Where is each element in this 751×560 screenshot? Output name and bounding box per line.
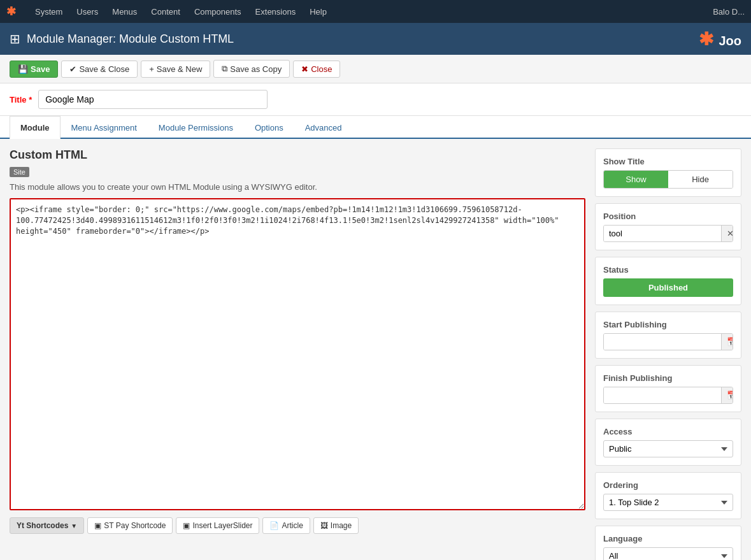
position-clear-button[interactable]: ✕ xyxy=(721,226,733,241)
yt-shortcodes-button[interactable]: Yt Shortcodes ▼ xyxy=(10,517,84,534)
save-copy-button[interactable]: ⧉ Save as Copy xyxy=(213,60,290,78)
finish-publishing-section: Finish Publishing 📅 xyxy=(595,365,741,412)
language-section: Language All English xyxy=(595,526,741,560)
save-button[interactable]: 💾 Save xyxy=(10,61,58,78)
nav-menus[interactable]: Menus xyxy=(106,0,143,23)
title-label: Title * xyxy=(10,95,32,104)
section-title: Custom HTML xyxy=(10,148,585,162)
st-pay-icon: ▣ xyxy=(94,521,101,530)
nav-components[interactable]: Components xyxy=(188,0,248,23)
start-publishing-input[interactable] xyxy=(604,334,721,350)
module-description: This module allows you to create your ow… xyxy=(10,182,585,192)
show-title-section: Show Title Show Hide xyxy=(595,148,741,197)
start-publishing-field: 📅 xyxy=(603,333,733,350)
close-button[interactable]: ✖ Close xyxy=(293,61,340,78)
tab-options[interactable]: Options xyxy=(244,116,294,139)
layerslider-icon: ▣ xyxy=(183,521,190,530)
article-icon: 📄 xyxy=(269,521,279,530)
ordering-label: Ordering xyxy=(603,480,733,490)
copy-icon: ⧉ xyxy=(222,64,227,74)
image-button[interactable]: 🖼 Image xyxy=(313,517,359,534)
status-badge: Published xyxy=(603,278,733,297)
html-editor[interactable]: <p><iframe style="border: 0;" src="https… xyxy=(10,198,585,510)
access-section: Access Public Registered Special xyxy=(595,419,741,466)
user-menu[interactable]: Balo D... xyxy=(713,7,745,17)
nav-extensions[interactable]: Extensions xyxy=(249,0,303,23)
editor-toolbar: Yt Shortcodes ▼ ▣ ST Pay Shortcode ▣ Ins… xyxy=(10,517,585,534)
nav-content[interactable]: Content xyxy=(145,0,187,23)
checkmark-icon: ✔ xyxy=(69,64,76,74)
joomla-brand-logo: ✱ Joo xyxy=(699,29,741,50)
article-button[interactable]: 📄 Article xyxy=(262,517,310,534)
position-field: ✕ ▼ xyxy=(603,225,733,242)
start-publishing-calendar-icon[interactable]: 📅 xyxy=(721,334,733,350)
finish-publishing-input[interactable] xyxy=(604,387,721,403)
dropdown-arrow-icon: ▼ xyxy=(71,522,77,529)
main-content: Custom HTML Site This module allows you … xyxy=(0,139,751,560)
show-button[interactable]: Show xyxy=(604,171,668,188)
title-input[interactable] xyxy=(38,90,268,109)
show-title-label: Show Title xyxy=(603,157,733,166)
position-section: Position ✕ ▼ xyxy=(595,203,741,250)
site-badge: Site xyxy=(10,167,29,177)
st-pay-shortcode-button[interactable]: ▣ ST Pay Shortcode xyxy=(87,517,173,534)
ordering-section: Ordering 1. Top Slide 2 2. Top Slide 3 xyxy=(595,472,741,519)
module-icon: ⊞ xyxy=(10,31,20,47)
tab-menu-assignment[interactable]: Menu Assignment xyxy=(61,116,148,139)
save-new-button[interactable]: + Save & New xyxy=(141,61,210,78)
position-input[interactable] xyxy=(604,226,721,241)
tab-module-permissions[interactable]: Module Permissions xyxy=(148,116,244,139)
show-hide-toggle: Show Hide xyxy=(603,170,733,189)
right-panel: Show Title Show Hide Position ✕ ▼ Status… xyxy=(595,148,741,560)
finish-publishing-calendar-icon[interactable]: 📅 xyxy=(721,387,733,403)
start-publishing-section: Start Publishing 📅 xyxy=(595,312,741,359)
status-section: Status Published xyxy=(595,257,741,305)
left-panel: Custom HTML Site This module allows you … xyxy=(10,148,585,560)
close-icon: ✖ xyxy=(301,64,308,74)
tab-advanced[interactable]: Advanced xyxy=(294,116,353,139)
title-row: Title * xyxy=(0,83,751,116)
module-header: ⊞ Module Manager: Module Custom HTML ✱ J… xyxy=(0,23,751,55)
required-indicator: * xyxy=(29,95,32,104)
image-icon: 🖼 xyxy=(320,521,328,530)
status-label: Status xyxy=(603,265,733,275)
module-title: Module Manager: Module Custom HTML xyxy=(27,32,234,46)
save-icon: 💾 xyxy=(18,64,28,74)
joomla-logo-icon: ✱ xyxy=(6,4,16,18)
access-select[interactable]: Public Registered Special xyxy=(603,440,733,457)
finish-publishing-label: Finish Publishing xyxy=(603,373,733,383)
nav-system[interactable]: System xyxy=(29,0,69,23)
toolbar: 💾 Save ✔ Save & Close + Save & New ⧉ Sav… xyxy=(0,55,751,83)
position-label: Position xyxy=(603,212,733,221)
save-close-button[interactable]: ✔ Save & Close xyxy=(61,61,138,78)
nav-help[interactable]: Help xyxy=(303,0,333,23)
insert-layerslider-button[interactable]: ▣ Insert LayerSlider xyxy=(176,517,259,534)
finish-publishing-field: 📅 xyxy=(603,387,733,404)
nav-menu: System Users Menus Content Components Ex… xyxy=(29,0,713,23)
language-label: Language xyxy=(603,534,733,543)
hide-button[interactable]: Hide xyxy=(668,171,733,188)
plus-icon: + xyxy=(149,64,154,74)
top-navigation: ✱ System Users Menus Content Components … xyxy=(0,0,751,23)
tab-module[interactable]: Module xyxy=(10,116,61,139)
tab-bar: Module Menu Assignment Module Permission… xyxy=(0,116,751,139)
language-select[interactable]: All English xyxy=(603,547,733,560)
start-publishing-label: Start Publishing xyxy=(603,320,733,329)
access-label: Access xyxy=(603,427,733,436)
nav-users[interactable]: Users xyxy=(70,0,104,23)
ordering-select[interactable]: 1. Top Slide 2 2. Top Slide 3 xyxy=(603,494,733,511)
